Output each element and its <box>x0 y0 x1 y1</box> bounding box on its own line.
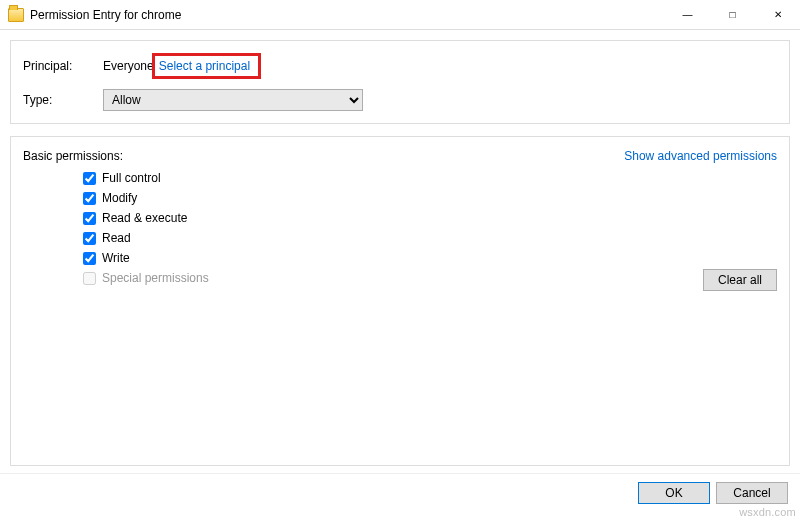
titlebar: Permission Entry for chrome ― □ ✕ <box>0 0 800 30</box>
perm-label: Modify <box>102 191 137 205</box>
ok-button[interactable]: OK <box>638 482 710 504</box>
perm-checkbox-modify[interactable] <box>83 192 96 205</box>
clear-all-button[interactable]: Clear all <box>703 269 777 291</box>
minimize-button[interactable]: ― <box>665 0 710 29</box>
show-advanced-link[interactable]: Show advanced permissions <box>624 149 777 163</box>
dialog-footer: OK Cancel <box>0 473 800 504</box>
perm-item-read[interactable]: Read <box>83 229 777 247</box>
type-select[interactable]: Allow <box>103 89 363 111</box>
perm-item-write[interactable]: Write <box>83 249 777 267</box>
select-principal-link[interactable]: Select a principal <box>159 59 250 73</box>
perm-label: Full control <box>102 171 161 185</box>
principal-value: Everyone <box>103 59 154 73</box>
perm-item-special: Special permissions <box>83 269 777 287</box>
basic-permissions-header: Basic permissions: <box>23 149 123 163</box>
watermark: wsxdn.com <box>739 506 796 518</box>
permissions-panel: Basic permissions: Show advanced permiss… <box>10 136 790 466</box>
perm-checkbox-read[interactable] <box>83 232 96 245</box>
principal-type-panel: Principal: Everyone Select a principal T… <box>10 40 790 124</box>
perm-checkbox-full-control[interactable] <box>83 172 96 185</box>
perm-label: Special permissions <box>102 271 209 285</box>
window-title: Permission Entry for chrome <box>30 8 665 22</box>
folder-icon <box>8 8 24 22</box>
permissions-list: Full control Modify Read & execute Read … <box>23 169 777 287</box>
select-principal-highlight: Select a principal <box>152 53 261 79</box>
principal-label: Principal: <box>23 59 103 73</box>
perm-label: Read & execute <box>102 211 187 225</box>
maximize-button[interactable]: □ <box>710 0 755 29</box>
type-label: Type: <box>23 93 103 107</box>
perm-checkbox-special <box>83 272 96 285</box>
close-button[interactable]: ✕ <box>755 0 800 29</box>
perm-checkbox-read-execute[interactable] <box>83 212 96 225</box>
perm-item-full-control[interactable]: Full control <box>83 169 777 187</box>
perm-item-read-execute[interactable]: Read & execute <box>83 209 777 227</box>
perm-label: Read <box>102 231 131 245</box>
perm-label: Write <box>102 251 130 265</box>
cancel-button[interactable]: Cancel <box>716 482 788 504</box>
perm-item-modify[interactable]: Modify <box>83 189 777 207</box>
window-controls: ― □ ✕ <box>665 0 800 29</box>
perm-checkbox-write[interactable] <box>83 252 96 265</box>
